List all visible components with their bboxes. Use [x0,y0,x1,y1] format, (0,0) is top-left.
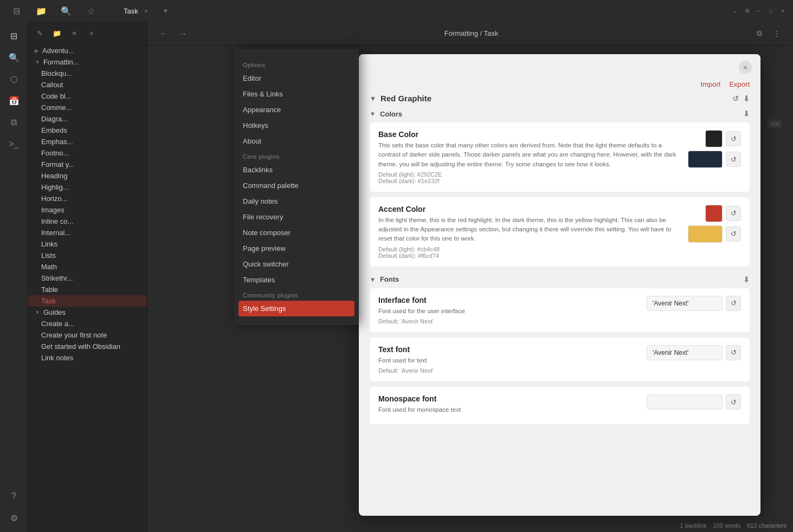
sort-icon[interactable]: ≡ [67,26,81,40]
more-options-nav-icon[interactable]: ⋮ [769,26,784,41]
tree-item-footnotes[interactable]: Footno... [28,147,147,159]
tree-item-strikethrough[interactable]: Strikethr... [28,273,147,284]
settings-item-backlinks[interactable]: Backlinks [234,162,359,178]
accent-color-light-reset[interactable]: ↺ [726,206,741,221]
import-button[interactable]: Import [701,80,721,88]
search-sidebar-icon[interactable]: 🔍 [4,48,24,67]
main-content: ← → Formatting / Task ⧉ ⋮ md Options Edi… [147,22,793,532]
settings-item-about[interactable]: About [234,133,359,149]
tree-item-emphasis[interactable]: Emphas... [28,136,147,147]
base-color-light-reset[interactable]: ↺ [726,131,741,146]
download-section-icon[interactable]: ⬇ [743,94,750,103]
settings-item-appearance[interactable]: Appearance [234,102,359,118]
graph-icon[interactable]: ⬡ [4,69,24,89]
search-icon[interactable]: 🔍 [56,1,76,21]
new-folder-icon[interactable]: 📁 [50,26,64,40]
base-color-dark-swatch[interactable] [688,151,723,168]
settings-item-templates[interactable]: Templates [234,272,359,288]
more-options-icon[interactable]: × [85,26,99,40]
tree-item-lists[interactable]: Lists [28,250,147,261]
tree-arrow-icon: ▼ [35,59,40,65]
accent-color-light-swatch[interactable] [705,205,723,222]
export-button[interactable]: Export [729,80,750,88]
tree-item-formatting[interactable]: ▼ Formattin... [28,56,147,68]
minimize-icon[interactable]: ─ [755,7,763,15]
tree-item-images[interactable]: Images [28,204,147,216]
new-tab-button[interactable]: + [160,6,171,16]
reset-section-icon[interactable]: ↺ [732,94,739,103]
monospace-font-input[interactable] [647,394,723,410]
settings-item-file-recovery[interactable]: File recovery [234,209,359,225]
sidebar-toggle-icon[interactable]: ⊟ [7,1,26,21]
accent-color-dark-swatch[interactable] [688,225,723,243]
tree-item-get-started[interactable]: Get started with Obsidian [28,341,147,352]
settings-icon[interactable]: ⚙ [4,508,24,528]
tree-item-link-notes[interactable]: Link notes [28,352,147,364]
tree-item-math[interactable]: Math [28,261,147,273]
tree-item-heading[interactable]: Heading [28,170,147,181]
settings-item-hotkeys[interactable]: Hotkeys [234,118,359,133]
calendar-icon[interactable]: 📅 [4,91,24,111]
bookmark-icon[interactable]: ☆ [81,1,101,21]
tree-item-label: Get started with Obsidian [41,342,120,351]
settings-close-button[interactable]: × [739,61,752,74]
tree-item-code[interactable]: Code bl... [28,90,147,102]
tree-item-diagrams[interactable]: Diagra... [28,113,147,125]
tree-item-create-a[interactable]: Create a... [28,318,147,329]
reset-fonts-icon[interactable]: ⬇ [743,275,750,284]
settings-item-files-links[interactable]: Files & Links [234,86,359,102]
accent-color-default-dark: Default (dark): #f6cd74 [378,252,681,259]
text-font-card: Text font Font used for text Default: 'A… [370,338,750,381]
nav-forward-button[interactable]: → [176,26,191,41]
copy-icon[interactable]: ⧉ [4,113,24,132]
tree-item-blockquote[interactable]: Blockqu... [28,68,147,79]
settings-item-command-palette[interactable]: Command palette [234,178,359,193]
fonts-subsection: ▼ Fonts ⬇ Interface font Font used for t… [370,275,750,425]
split-view-icon[interactable]: ⧉ [752,26,767,41]
chevron-down-icon[interactable]: ⌄ [731,7,739,15]
tree-item-adventure[interactable]: ▶ Adventu... [28,45,147,56]
tree-item-links[interactable]: Links [28,238,147,250]
settings-item-style-settings[interactable]: Style Settings [238,301,354,316]
terminal-icon[interactable]: >_ [4,134,24,154]
tree-item-internal[interactable]: Internal... [28,227,147,238]
settings-item-page-preview[interactable]: Page preview [234,241,359,256]
settings-item-daily-notes[interactable]: Daily notes [234,193,359,209]
tree-item-callout[interactable]: Callout [28,79,147,90]
reset-colors-icon[interactable]: ⬇ [743,109,750,118]
files-icon[interactable]: ⊟ [4,26,24,46]
monospace-font-reset[interactable]: ↺ [726,394,741,410]
tree-item-inline[interactable]: Inline co... [28,216,147,227]
tab-close-icon[interactable]: × [143,7,150,15]
window-close-icon[interactable]: × [779,7,786,15]
tree-item-guides[interactable]: ▼ Guides [28,307,147,318]
tab-task[interactable]: Task × [116,3,158,19]
tree-item-comments[interactable]: Comme... [28,102,147,113]
nav-back-button[interactable]: ← [156,26,171,41]
base-color-light-swatch[interactable] [705,130,723,147]
interface-font-reset[interactable]: ↺ [726,296,741,311]
tree-item-task[interactable]: Task [28,295,147,307]
tree-item-label: Code bl... [41,92,72,100]
tree-item-label: Links [41,240,57,248]
maximize-icon[interactable]: □ [767,7,775,15]
tree-item-create-first[interactable]: Create your first note [28,329,147,341]
settings-item-editor[interactable]: Editor [234,70,359,86]
close-folder-icon[interactable]: 📁 [31,1,51,21]
accent-color-dark-reset[interactable]: ↺ [726,226,741,242]
tree-item-highlight[interactable]: Highlig... [28,181,147,193]
new-note-icon[interactable]: ✎ [33,26,47,40]
tree-item-horizontal[interactable]: Horizo... [28,193,147,204]
base-color-dark-reset[interactable]: ↺ [726,152,741,167]
text-font-input[interactable] [647,345,723,360]
text-font-reset[interactable]: ↺ [726,345,741,360]
settings-item-note-composer[interactable]: Note composer [234,225,359,241]
help-icon[interactable]: ? [4,486,24,506]
settings-item-quick-switcher[interactable]: Quick switcher [234,256,359,272]
tree-item-format[interactable]: Format y... [28,159,147,170]
settings-content: ▼ Red Graphite ↺ ⬇ ▼ Colors ⬇ [359,94,760,444]
tree-item-embeds[interactable]: Embeds [28,125,147,136]
interface-font-input[interactable] [647,296,723,311]
tree-item-table[interactable]: Table [28,284,147,295]
layout-icon[interactable]: ⧉ [743,7,751,15]
